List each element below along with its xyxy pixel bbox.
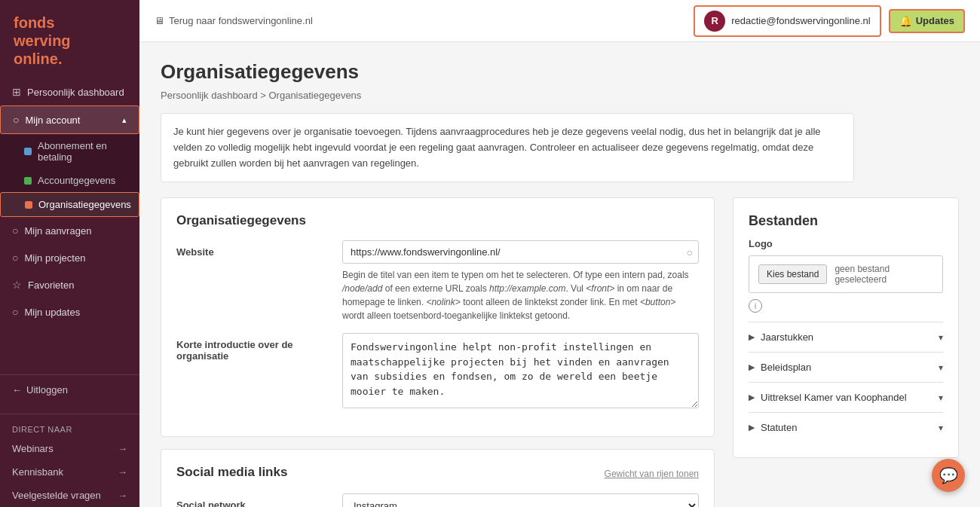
social-header: Social media links Gewicht van rijen ton… [176,465,699,483]
logo-line1: fonds [14,14,54,31]
sidebar-item-label: Organisatiegegevens [38,199,131,210]
main-col: Organisatiegegevens Website ○ Begin de [161,197,715,507]
website-label: Website [176,240,342,258]
choose-file-button[interactable]: Kies bestand [758,264,827,284]
dot-icon [25,201,32,209]
breadcrumb: Persoonlijk dashboard > Organisatiegegev… [161,90,959,101]
sidebar-item-accountgegevens[interactable]: Accountgegevens [0,169,139,192]
circle-icon: ○ [12,224,18,237]
sidebar-item-label: Accountgegevens [38,175,115,186]
sidebar-item-label: Mijn updates [24,307,80,318]
accordion-left: ▶ Statuten [749,422,797,433]
accordion-beleidsplan[interactable]: ▶ Beleidsplan ▾ [749,352,943,382]
user-badge[interactable]: R redactie@fondswervingonline.nl [694,5,880,37]
logout-button[interactable]: ← Uitloggen [12,384,68,396]
network-label: Social network [176,493,342,507]
info-text: Je kunt hier gegevens over je organisati… [173,126,821,169]
logo-line3: online [14,50,58,67]
accordion-statuten[interactable]: ▶ Statuten ▾ [749,412,943,442]
logo-line2: werving [14,32,71,49]
sidebar-nav: ⊞ Persoonlijk dashboard ○ Mijn account ▴… [0,78,139,374]
arrow-right-icon: → [118,443,127,454]
logout-label: Uitloggen [26,384,68,396]
clear-icon[interactable]: ○ [687,246,693,258]
account-sub-items: Abonnement en betaling Accountgegevens O… [0,134,139,217]
updates-label: Updates [916,15,954,26]
info-icon[interactable]: i [749,299,762,313]
intro-field: Fondswervingonline helpt non-profit inst… [342,333,699,411]
sidebar: fonds werving online. ⊞ Persoonlijk dash… [0,0,139,507]
back-link[interactable]: 🖥 Terug naar fondswervingonline.nl [155,15,313,26]
weight-link[interactable]: Gewicht van rijen tonen [605,469,699,479]
triangle-icon: ▶ [749,362,755,372]
sidebar-item-label: Mijn projecten [24,252,85,264]
bell-icon: ○ [12,306,18,318]
website-field: ○ Begin de titel van een item te typen o… [342,240,699,322]
intro-row: Korte introductie over de organisatie Fo… [176,333,699,411]
grid-icon: ⊞ [12,86,21,98]
arrow-right-icon: → [118,466,127,478]
website-input[interactable] [342,240,699,264]
sidebar-item-faq[interactable]: Veelgestelde vragen → [0,484,139,507]
social-title: Social media links [176,465,287,480]
logout-arrow-icon: ← [12,384,22,396]
bestanden-title: Bestanden [749,213,943,229]
link-label: Webinars [12,443,54,454]
sidebar-item-webinars[interactable]: Webinars → [0,437,139,460]
user-initial: R [712,15,718,26]
content-area: Organisatiegegevens Persoonlijk dashboar… [139,42,980,507]
intro-textarea[interactable]: Fondswervingonline helpt non-profit inst… [342,333,699,408]
sidebar-item-abonnement[interactable]: Abonnement en betaling [0,134,139,169]
topbar: 🖥 Terug naar fondswervingonline.nl R red… [139,0,980,42]
topbar-right: R redactie@fondswervingonline.nl 🔔 Updat… [694,5,965,37]
sidebar-item-aanvragen[interactable]: ○ Mijn aanvragen [0,217,139,244]
accordion-uittreksel[interactable]: ▶ Uittreksel Kamer van Koophandel ▾ [749,382,943,412]
sidebar-item-label: Abonnement en betaling [38,140,127,163]
user-icon: ○ [13,114,19,126]
chat-icon: 💬 [939,466,958,484]
network-row: Social network Instagram Facebook Twitte… [176,493,699,507]
sidebar-item-label: Mijn aanvragen [24,225,91,237]
website-row: Website ○ Begin de titel van een item te… [176,240,699,322]
user-avatar: R [704,11,725,32]
breadcrumb-separator: > [260,90,268,101]
sidebar-item-favorieten[interactable]: ☆ Favorieten [0,271,139,298]
breadcrumb-current: Organisatiegegevens [268,90,361,101]
website-input-wrap: ○ [342,240,699,264]
link-label: Kennisbank [12,466,63,478]
website-hint: Begin de titel van een item te typen om … [342,268,699,322]
bestanden-panel: Bestanden Logo Kies bestand geen bestand… [733,197,959,458]
dot-icon [24,148,32,155]
breadcrumb-home[interactable]: Persoonlijk dashboard [161,90,258,101]
user-email: redactie@fondswervingonline.nl [731,15,870,26]
sidebar-item-account[interactable]: ○ Mijn account ▴ [0,105,139,134]
triangle-icon: ▶ [749,423,755,432]
chevron-up-icon: ▴ [122,115,127,125]
triangle-icon: ▶ [749,392,755,402]
accordion-left: ▶ Jaarstukken [749,331,813,343]
side-col: Bestanden Logo Kies bestand geen bestand… [733,197,959,458]
accordion-label: Beleidsplan [761,362,811,373]
arrow-right-icon: → [118,490,127,501]
sidebar-item-mijn-updates[interactable]: ○ Mijn updates [0,298,139,325]
sidebar-item-kennisbank[interactable]: Kennisbank → [0,460,139,484]
network-select[interactable]: Instagram Facebook Twitter LinkedIn YouT… [342,493,699,507]
accordion-jaarstukken[interactable]: ▶ Jaarstukken ▾ [749,322,943,352]
sidebar-item-dashboard[interactable]: ⊞ Persoonlijk dashboard [0,78,139,105]
logout-section: ← Uitloggen [0,374,139,408]
sidebar-item-projecten[interactable]: ○ Mijn projecten [0,244,139,271]
chevron-down-icon: ▾ [939,392,943,403]
monitor-icon: 🖥 [155,15,164,26]
sidebar-item-label: Mijn account [25,115,80,126]
dot-icon [24,177,32,185]
main-area: 🖥 Terug naar fondswervingonline.nl R red… [139,0,980,507]
social-card: Social media links Gewicht van rijen ton… [161,449,715,507]
network-field: Instagram Facebook Twitter LinkedIn YouT… [342,493,699,507]
org-card: Organisatiegegevens Website ○ Begin de [161,197,715,437]
sidebar-item-label: Persoonlijk dashboard [27,87,124,98]
sidebar-item-organisatiegegevens[interactable]: Organisatiegegevens [0,192,139,217]
chat-button[interactable]: 💬 [932,459,965,492]
file-upload-box: Kies bestand geen bestand geselecteerd [749,255,943,293]
chevron-down-icon: ▾ [939,362,943,373]
updates-button[interactable]: 🔔 Updates [889,9,965,33]
